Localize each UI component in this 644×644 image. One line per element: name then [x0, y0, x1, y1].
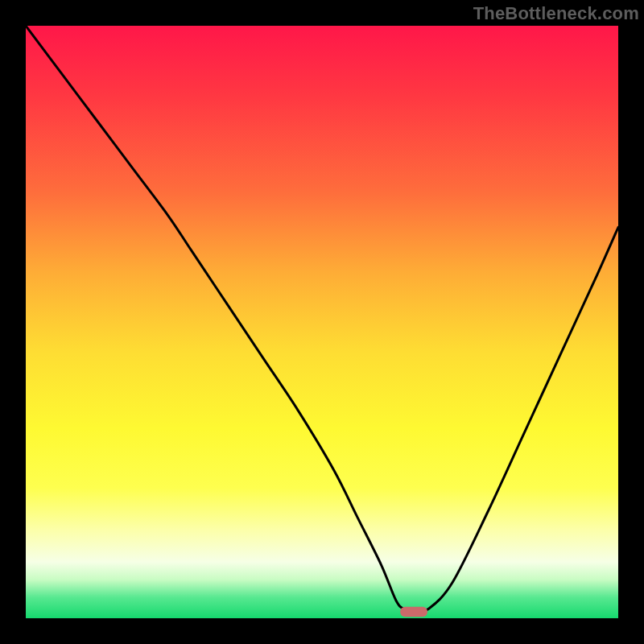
watermark-text: TheBottleneck.com	[473, 3, 639, 24]
gradient-background	[26, 26, 618, 618]
chart-frame: TheBottleneck.com	[0, 0, 644, 644]
plot-area	[26, 26, 618, 618]
optimal-point-marker	[400, 607, 427, 617]
plot-svg	[26, 26, 618, 618]
